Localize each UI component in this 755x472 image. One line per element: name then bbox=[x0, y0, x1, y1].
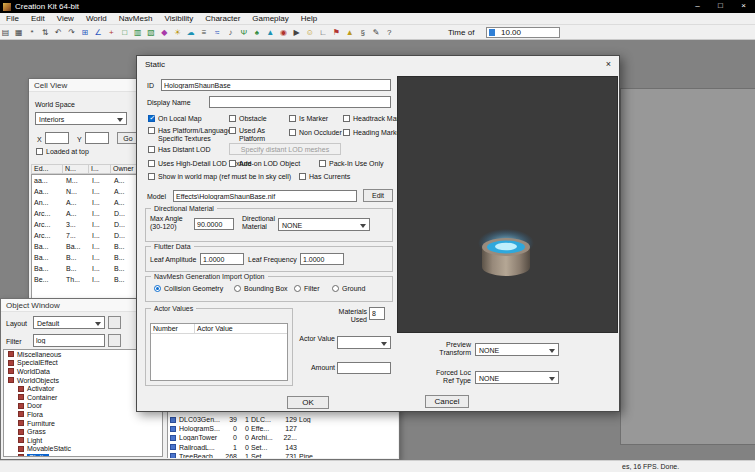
column-header[interactable]: N... bbox=[63, 164, 89, 174]
layout-options-button[interactable] bbox=[108, 316, 121, 329]
bounding-box-radio[interactable]: Bounding Box bbox=[234, 285, 288, 292]
non-occluder-checkbox[interactable]: Non Occluder bbox=[289, 129, 342, 137]
actor-values-list[interactable]: Number Actor Value bbox=[150, 323, 288, 381]
max-angle-input[interactable] bbox=[194, 218, 234, 230]
has-distant-lod-checkbox[interactable]: Has Distant LOD bbox=[148, 146, 211, 154]
grass-icon[interactable]: Ψ bbox=[238, 26, 249, 39]
x-coordinate-input[interactable] bbox=[45, 132, 69, 144]
ground-radio[interactable]: Ground bbox=[332, 285, 365, 292]
column-header[interactable]: Ed... bbox=[31, 164, 63, 174]
hall-of-face-icon[interactable]: ☺ bbox=[304, 26, 315, 39]
cell-view-icon[interactable]: ▥ bbox=[132, 26, 143, 39]
sky-icon[interactable]: ☁ bbox=[185, 26, 196, 39]
leaf-amplitude-input[interactable] bbox=[200, 253, 244, 265]
tree-item-static[interactable]: Static bbox=[4, 453, 162, 457]
maximize-button[interactable]: □ bbox=[709, 0, 732, 13]
menu-view[interactable]: View bbox=[51, 13, 80, 24]
used-as-platform-checkbox[interactable]: Used As Platform bbox=[229, 127, 281, 143]
close-button[interactable]: × bbox=[732, 0, 755, 13]
papyrus-icon[interactable]: ✎ bbox=[371, 26, 382, 39]
measure-icon[interactable]: ∟ bbox=[318, 26, 329, 39]
object-list-row[interactable]: DLC03Gen...391DLC...129Log bbox=[168, 415, 398, 424]
redo-icon[interactable]: ↷ bbox=[66, 26, 77, 39]
tree-item-light[interactable]: Light bbox=[4, 436, 162, 445]
collision-geometry-radio[interactable]: Collision Geometry bbox=[154, 285, 223, 292]
model-preview-pane[interactable] bbox=[397, 76, 618, 333]
ok-button[interactable]: OK bbox=[287, 396, 329, 409]
forced-loc-ref-type-combo[interactable]: NONE bbox=[475, 371, 559, 384]
tree-item-grass[interactable]: Grass bbox=[4, 427, 162, 436]
world-space-combo[interactable]: Interiors bbox=[35, 112, 127, 125]
y-coordinate-input[interactable] bbox=[85, 132, 109, 144]
lights-icon[interactable]: ☀ bbox=[172, 26, 183, 39]
obstacle-checkbox[interactable]: Obstacle bbox=[229, 115, 267, 123]
cancel-button[interactable]: Cancel bbox=[425, 395, 469, 408]
preferences-icon[interactable]: * bbox=[26, 26, 37, 39]
has-platform-textures-checkbox[interactable]: Has Platform/Language Specific Textures bbox=[148, 127, 236, 143]
menu-world[interactable]: World bbox=[80, 13, 113, 24]
is-marker-checkbox[interactable]: Is Marker bbox=[289, 115, 328, 123]
filter-input[interactable] bbox=[33, 334, 105, 347]
preview-object-hologram-base[interactable] bbox=[476, 225, 536, 283]
dialog-close-icon[interactable]: × bbox=[601, 58, 616, 71]
fog-icon[interactable]: ≡ bbox=[199, 26, 210, 39]
slider-handle-icon[interactable] bbox=[489, 29, 495, 36]
flag-icon[interactable]: ⚑ bbox=[331, 26, 342, 39]
filter-radio[interactable]: Filter bbox=[294, 285, 320, 292]
help-icon[interactable]: ? bbox=[384, 26, 395, 39]
menu-edit[interactable]: Edit bbox=[25, 13, 51, 24]
column-header[interactable]: Actor Value bbox=[195, 324, 233, 333]
trees-icon[interactable]: ♠ bbox=[251, 26, 262, 39]
snap-to-grid-icon[interactable]: ⊞ bbox=[79, 26, 90, 39]
column-header[interactable]: Number bbox=[151, 324, 195, 333]
material-editor-icon[interactable]: ◆ bbox=[159, 26, 170, 39]
navmesh-icon[interactable]: ▲ bbox=[265, 26, 276, 39]
water-icon[interactable]: ≈ bbox=[212, 26, 223, 39]
menu-visibility[interactable]: Visibility bbox=[158, 13, 199, 24]
model-edit-button[interactable]: Edit bbox=[363, 189, 393, 202]
addon-lod-object-checkbox[interactable]: Add-on LOD Object bbox=[229, 160, 300, 168]
snap-to-angle-icon[interactable]: ∠ bbox=[93, 26, 104, 39]
directional-material-combo[interactable]: NONE bbox=[278, 218, 370, 231]
render-window-icon[interactable]: □ bbox=[119, 26, 130, 39]
model-path-input[interactable] bbox=[173, 190, 357, 202]
show-in-world-map-checkbox[interactable]: Show in world map (ref must be in sky ce… bbox=[148, 173, 291, 181]
menu-help[interactable]: Help bbox=[295, 13, 323, 24]
menu-navmesh[interactable]: NavMesh bbox=[113, 13, 159, 24]
filter-clear-button[interactable] bbox=[108, 334, 121, 347]
minimize-button[interactable]: – bbox=[686, 0, 709, 13]
warnings-icon[interactable]: ▲ bbox=[344, 26, 355, 39]
menu-character[interactable]: Character bbox=[199, 13, 246, 24]
havok-sim-icon[interactable]: ◉ bbox=[278, 26, 289, 39]
object-list-row[interactable]: HologramS...00Effe...127 bbox=[168, 424, 398, 433]
display-name-input[interactable] bbox=[209, 96, 391, 108]
on-local-map-checkbox[interactable]: On Local Map bbox=[148, 115, 202, 123]
object-list-row[interactable]: LoganTower00Archi...22... bbox=[168, 433, 398, 442]
preview-transform-combo[interactable]: NONE bbox=[475, 343, 559, 356]
animations-icon[interactable]: ▶ bbox=[291, 26, 302, 39]
amount-input[interactable] bbox=[337, 362, 391, 374]
time-of-day-slider[interactable]: 10.00 bbox=[486, 27, 560, 38]
column-header[interactable]: I... bbox=[89, 164, 111, 174]
layout-combo[interactable]: Default bbox=[33, 316, 105, 329]
save-icon[interactable]: ▦ bbox=[13, 26, 24, 39]
sound-icon[interactable]: ♪ bbox=[225, 26, 236, 39]
version-control-icon[interactable]: ⇅ bbox=[40, 26, 51, 39]
render-window[interactable] bbox=[620, 88, 755, 445]
object-window-icon[interactable]: ▧ bbox=[146, 26, 157, 39]
actor-value-combo[interactable] bbox=[337, 336, 391, 349]
pack-in-use-only-checkbox[interactable]: Pack-In Use Only bbox=[319, 160, 383, 168]
menu-gameplay[interactable]: Gameplay bbox=[246, 13, 294, 24]
scripts-icon[interactable]: § bbox=[357, 26, 368, 39]
loaded-at-top-checkbox[interactable]: Loaded at top bbox=[36, 148, 89, 156]
object-list-row[interactable]: RailroadL...10Set...143 bbox=[168, 443, 398, 452]
heading-marker-checkbox[interactable]: Heading Marker bbox=[343, 129, 403, 137]
object-list-row[interactable]: TreeBeach...2681Set...731Pine... bbox=[168, 452, 398, 458]
menu-file[interactable]: File bbox=[0, 13, 25, 24]
tree-item-movablestatic[interactable]: MovableStatic bbox=[4, 445, 162, 454]
id-input[interactable] bbox=[161, 79, 391, 91]
tree-item-furniture[interactable]: Furniture bbox=[4, 419, 162, 428]
has-currents-checkbox[interactable]: Has Currents bbox=[299, 173, 350, 181]
undo-icon[interactable]: ↶ bbox=[53, 26, 64, 39]
specify-distant-lod-button[interactable]: Specify distant LOD meshes bbox=[229, 143, 341, 155]
